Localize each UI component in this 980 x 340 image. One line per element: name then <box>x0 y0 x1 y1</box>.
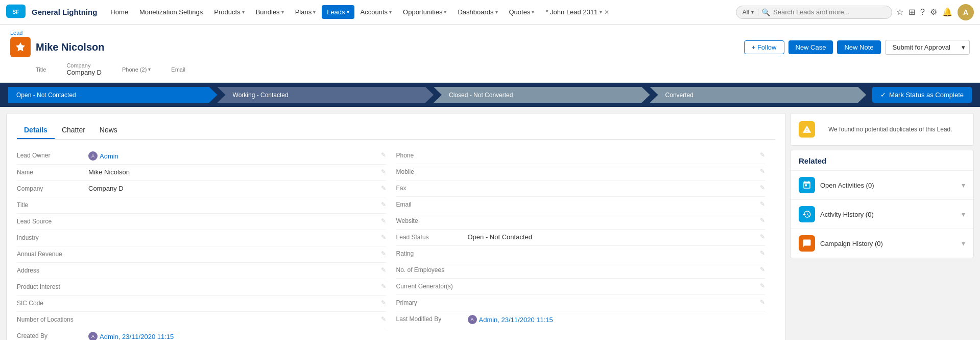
bundles-chevron: ▾ <box>281 9 284 15</box>
lead-owner-value[interactable]: Admin <box>100 152 381 160</box>
follow-button[interactable]: + Follow <box>744 40 784 54</box>
favorites-icon[interactable]: ☆ <box>896 7 903 17</box>
products-chevron: ▾ <box>242 9 245 15</box>
nav-tab-record[interactable]: * John Lead 2311 ▾ ✕ <box>540 5 614 19</box>
svg-text:SF: SF <box>12 9 19 15</box>
edit-product-interest-icon[interactable]: ✎ <box>381 283 386 290</box>
status-step-working[interactable]: Working - Contacted <box>218 87 434 103</box>
edit-company-icon[interactable]: ✎ <box>381 185 386 192</box>
top-nav-right: ☆ ⊞ ? ⚙ 🔔 A <box>896 4 974 20</box>
tab-chatter[interactable]: Chatter <box>55 122 92 139</box>
status-step-converted[interactable]: Converted <box>650 87 867 103</box>
main-content: Details Chatter News Lead Owner A Admin … <box>0 107 980 340</box>
plans-chevron: ▾ <box>313 9 316 15</box>
edit-sic-code-icon[interactable]: ✎ <box>381 299 386 306</box>
related-open-activities[interactable]: Open Activities (0) ▾ <box>791 171 973 200</box>
opportunities-chevron: ▾ <box>444 9 446 15</box>
edit-current-generators-icon[interactable]: ✎ <box>760 282 765 289</box>
checkmark-icon: ✓ <box>880 91 886 99</box>
grid-icon[interactable]: ⊞ <box>909 7 915 17</box>
edit-lead-source-icon[interactable]: ✎ <box>381 217 386 224</box>
tab-close-icon[interactable]: ✕ <box>604 9 609 16</box>
edit-address-icon[interactable]: ✎ <box>381 266 386 274</box>
edit-email-icon[interactable]: ✎ <box>760 200 765 208</box>
status-bar: Open - Not Contacted Working - Contacted… <box>0 83 980 107</box>
field-row-lead-owner: Lead Owner A Admin ✎ <box>17 148 386 165</box>
open-activities-label: Open Activities (0) <box>820 182 957 189</box>
fields-grid: Lead Owner A Admin ✎ Name Mike Nicolson … <box>17 148 775 340</box>
nav-bundles[interactable]: Bundles▾ <box>251 5 289 19</box>
record-name: Mike Nicolson <box>36 41 104 53</box>
help-icon[interactable]: ? <box>920 8 925 17</box>
search-input[interactable] <box>773 8 886 16</box>
submit-approval-button[interactable]: Submit for Approval <box>885 40 958 55</box>
lead-owner-avatar: A <box>88 151 98 161</box>
search-scope[interactable]: All ▾ <box>743 9 758 16</box>
mark-complete-button[interactable]: ✓ Mark Status as Complete <box>872 87 972 103</box>
edit-fax-icon[interactable]: ✎ <box>760 184 765 191</box>
field-row-mobile: Mobile ✎ <box>396 164 766 180</box>
search-scope-chevron: ▾ <box>751 9 754 15</box>
field-row-industry: Industry ✎ <box>17 230 386 246</box>
submit-approval-group: Submit for Approval ▾ <box>885 40 970 55</box>
duplicates-item: We found no potential duplicates of this… <box>791 114 973 145</box>
field-row-lead-source: Lead Source ✎ <box>17 214 386 230</box>
edit-lead-owner-icon[interactable]: ✎ <box>381 151 386 158</box>
fields-left: Lead Owner A Admin ✎ Name Mike Nicolson … <box>17 148 396 340</box>
tab-details[interactable]: Details <box>17 122 55 139</box>
related-activity-history[interactable]: Activity History (0) ▾ <box>791 200 973 229</box>
new-case-button[interactable]: New Case <box>788 40 833 54</box>
salesforce-logo[interactable]: SF <box>6 4 26 20</box>
edit-mobile-icon[interactable]: ✎ <box>760 168 765 175</box>
nav-quotes[interactable]: Quotes▾ <box>504 5 540 19</box>
status-step-open[interactable]: Open - Not Contacted <box>8 87 218 103</box>
tab-news[interactable]: News <box>92 122 125 139</box>
edit-website-icon[interactable]: ✎ <box>760 217 765 224</box>
phone-dropdown-icon: ▾ <box>148 66 151 72</box>
nav-monetization[interactable]: Monetization Settings <box>134 5 208 19</box>
field-title: Title <box>36 66 46 73</box>
edit-num-locations-icon[interactable]: ✎ <box>381 315 386 323</box>
field-email: Email <box>171 66 185 73</box>
edit-name-icon[interactable]: ✎ <box>381 168 386 175</box>
field-row-current-generators: Current Generator(s) ✎ <box>396 279 766 295</box>
status-step-closed[interactable]: Closed - Not Converted Closed - Not Conv… <box>434 87 650 103</box>
edit-num-employees-icon[interactable]: ✎ <box>760 266 765 273</box>
nav-accounts[interactable]: Accounts▾ <box>355 5 397 19</box>
fields-right: Phone ✎ Mobile ✎ Fax ✎ Email <box>396 148 776 340</box>
nav-leads[interactable]: Leads▾ <box>322 5 354 19</box>
edit-rating-icon[interactable]: ✎ <box>760 250 765 257</box>
edit-phone-icon[interactable]: ✎ <box>760 151 765 158</box>
duplicate-message: We found no potential duplicates of this… <box>820 120 965 139</box>
user-avatar[interactable]: A <box>958 4 974 20</box>
edit-title-icon[interactable]: ✎ <box>381 201 386 208</box>
last-modified-value[interactable]: Admin, 23/11/2020 11:15 <box>479 316 766 324</box>
nav-opportunities[interactable]: Opportunities▾ <box>398 5 451 19</box>
campaign-history-icon <box>799 235 815 252</box>
nav-dashboards[interactable]: Dashboards▾ <box>452 5 503 19</box>
new-note-button[interactable]: New Note <box>837 40 880 54</box>
field-row-product-interest: Product Interest ✎ <box>17 279 386 296</box>
created-by-value[interactable]: Admin, 23/11/2020 11:15 <box>100 333 386 341</box>
field-row-primary: Primary ✎ <box>396 295 766 311</box>
notifications-icon[interactable]: 🔔 <box>942 7 952 17</box>
nav-products[interactable]: Products▾ <box>209 5 249 19</box>
settings-icon[interactable]: ⚙ <box>930 7 937 17</box>
field-phone: Phone (2) ▾ <box>122 66 151 73</box>
nav-home[interactable]: Home <box>105 5 133 19</box>
submit-approval-dropdown[interactable]: ▾ <box>958 40 970 55</box>
open-activities-chevron: ▾ <box>962 181 965 189</box>
field-row-name: Name Mike Nicolson ✎ <box>17 165 386 181</box>
duplicates-card: We found no potential duplicates of this… <box>790 113 974 146</box>
field-row-annual-revenue: Annual Revenue ✎ <box>17 246 386 263</box>
related-campaign-history[interactable]: Campaign History (0) ▾ <box>791 229 973 258</box>
edit-industry-icon[interactable]: ✎ <box>381 234 386 241</box>
activity-history-label: Activity History (0) <box>820 211 957 218</box>
edit-lead-status-icon[interactable]: ✎ <box>760 233 765 240</box>
edit-primary-icon[interactable]: ✎ <box>760 299 765 306</box>
field-row-sic-code: SIC Code ✎ <box>17 296 386 312</box>
activity-history-icon <box>799 206 815 222</box>
field-row-created-by: Created By A Admin, 23/11/2020 11:15 <box>17 328 386 340</box>
nav-plans[interactable]: Plans▾ <box>290 5 321 19</box>
edit-annual-revenue-icon[interactable]: ✎ <box>381 250 386 257</box>
